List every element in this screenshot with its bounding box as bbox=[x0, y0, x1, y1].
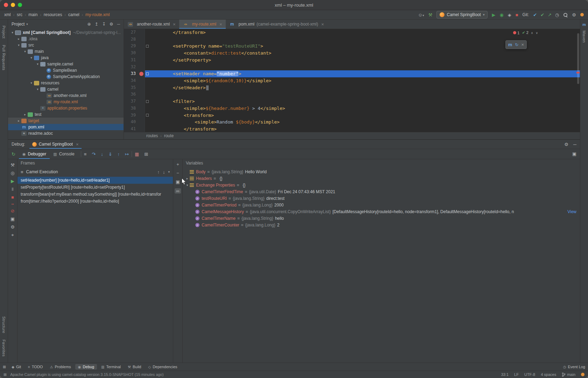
maven-reload-popup[interactable]: m ↻ × bbox=[505, 40, 527, 49]
settings-gear-icon[interactable]: ⚙ bbox=[572, 13, 576, 17]
view-breakpoints-icon[interactable]: ●● bbox=[11, 203, 14, 205]
frame-item[interactable]: setHeader[number] [route=hello,id=setHea… bbox=[18, 177, 173, 184]
editor-tab[interactable]: <>my-route.xml× bbox=[179, 20, 226, 29]
scrollbar-thumb[interactable] bbox=[577, 33, 579, 84]
tree-item[interactable]: ▾resources bbox=[8, 80, 124, 86]
zoom-window-button[interactable] bbox=[18, 3, 22, 7]
fold-marker-icon[interactable] bbox=[145, 43, 149, 50]
tree-toggle-icon[interactable]: ▾ bbox=[10, 31, 15, 34]
tool-tab-problems[interactable]: ⚠Problems bbox=[47, 364, 74, 370]
build-hammer-icon[interactable]: ⚒ bbox=[428, 13, 433, 17]
breadcrumb-item[interactable]: route bbox=[164, 133, 174, 138]
force-step-into-icon[interactable]: ⇓ bbox=[108, 152, 112, 156]
editor-tab[interactable]: <>another-route.xml× bbox=[124, 20, 179, 29]
variable-row[interactable]: pCamelTimerFiredTime={java.util.Date}Fri… bbox=[183, 188, 580, 195]
tree-item[interactable]: areadme.adoc bbox=[8, 130, 124, 136]
settings-gear-icon[interactable]: ⚙ bbox=[564, 142, 568, 147]
code-line[interactable]: 39 <transform> bbox=[124, 112, 580, 119]
stripe-item-pull-requests[interactable]: Pull Requests bbox=[2, 42, 6, 74]
debug-button[interactable]: ◉ bbox=[499, 13, 503, 17]
tree-item[interactable]: ▸target bbox=[8, 118, 124, 124]
gutter[interactable] bbox=[138, 91, 145, 98]
tool-tab-terminal[interactable]: ▥Terminal bbox=[98, 364, 124, 370]
tab-console[interactable]: ▥ Console bbox=[50, 149, 78, 159]
step-out-icon[interactable]: ↑ bbox=[118, 152, 120, 156]
tree-item[interactable]: ▾main bbox=[8, 48, 124, 55]
tree-toggle-icon[interactable]: ▾ bbox=[35, 88, 40, 91]
tab-debugger[interactable]: ◉ Debugger bbox=[19, 149, 50, 159]
code-line[interactable]: 35 </setHeader> bbox=[124, 84, 580, 91]
variable-row[interactable]: Body={java.lang.String}Hello World bbox=[183, 168, 580, 175]
fold-marker-icon[interactable] bbox=[145, 112, 149, 119]
tree-item[interactable]: CSampleBean bbox=[8, 67, 124, 74]
breadcrumb-item[interactable]: src bbox=[17, 12, 22, 17]
tree-toggle-icon[interactable]: ▸ bbox=[16, 37, 21, 41]
collapse-all-icon[interactable]: ↧ bbox=[102, 22, 106, 26]
search-icon[interactable] bbox=[563, 13, 568, 17]
frame-item[interactable]: from[timer://hello?period=2000] [route=h… bbox=[18, 198, 173, 205]
tool-tab-debug[interactable]: ◉Debug bbox=[75, 364, 97, 370]
minimize-icon[interactable]: ─ bbox=[573, 142, 576, 147]
gutter[interactable] bbox=[138, 77, 145, 84]
tree-toggle-icon[interactable]: ▾ bbox=[29, 81, 34, 85]
breakpoint-stripe-mark[interactable] bbox=[576, 72, 580, 74]
tree-item[interactable]: <>another-route.xml bbox=[8, 92, 124, 99]
duplicate-watch-icon[interactable]: ▣ bbox=[176, 180, 180, 184]
tree-item[interactable]: ▾·sample.camel bbox=[8, 61, 124, 67]
evaluate-expression-icon[interactable]: ⊞ bbox=[144, 152, 148, 156]
locate-file-icon[interactable]: ⊕ bbox=[88, 22, 91, 26]
close-tab-icon[interactable]: × bbox=[173, 22, 176, 27]
thread-selector[interactable]: Camel Execution bbox=[26, 169, 58, 174]
code-line[interactable]: 37 <filter> bbox=[124, 98, 580, 105]
commit-icon[interactable]: ✔ bbox=[540, 13, 544, 17]
gutter[interactable] bbox=[138, 98, 145, 105]
code-line[interactable]: 30 <constant>direct:test</constant> bbox=[124, 50, 580, 57]
gutter[interactable] bbox=[138, 36, 145, 43]
gutter[interactable] bbox=[138, 112, 145, 119]
gutter[interactable] bbox=[138, 64, 145, 71]
variable-row[interactable]: ▾Exchange Properties={} bbox=[183, 182, 580, 188]
frame-item[interactable]: transform[bean[ref:myBean method:saySome… bbox=[18, 191, 173, 198]
pin-icon[interactable]: ⌖ bbox=[11, 233, 14, 237]
tool-tab-git[interactable]: ◆Git bbox=[9, 364, 24, 370]
tree-item[interactable]: ▾camel bbox=[8, 86, 124, 92]
tree-item[interactable]: ▸test bbox=[8, 111, 124, 118]
code-line[interactable]: 36 bbox=[124, 91, 580, 98]
minimize-window-button[interactable] bbox=[11, 3, 15, 7]
gutter[interactable] bbox=[138, 43, 145, 50]
run-button[interactable]: ▶ bbox=[492, 13, 495, 17]
update-project-icon[interactable]: ✔ bbox=[533, 13, 537, 17]
add-watch-icon[interactable]: + bbox=[176, 162, 179, 167]
step-over-icon[interactable]: ↷ bbox=[92, 152, 96, 156]
inspections-widget[interactable]: 1 ✔2 ∧ ∨ bbox=[513, 30, 538, 35]
tool-tab-todo[interactable]: ≡TODO bbox=[25, 364, 46, 370]
tree-item[interactable]: ▸.idea bbox=[8, 36, 124, 42]
git-branch-widget[interactable]: main bbox=[562, 372, 575, 377]
breadcrumb-item[interactable]: xml bbox=[4, 12, 11, 17]
breadcrumb-item[interactable]: routes bbox=[146, 133, 158, 138]
tree-toggle-icon[interactable]: ▾ bbox=[16, 43, 21, 47]
prev-problem-icon[interactable]: ∧ bbox=[531, 31, 533, 35]
watches-icon[interactable]: ◎ bbox=[10, 171, 14, 175]
debug-session-tab[interactable]: Camel SpringBoot × bbox=[29, 140, 82, 149]
tool-windows-icon[interactable]: ⊞ bbox=[3, 365, 6, 369]
rerun-icon[interactable]: ↻ bbox=[12, 152, 15, 156]
push-icon[interactable]: ↗ bbox=[548, 13, 552, 17]
tool-tab-dependencies[interactable]: ◇Dependencies bbox=[145, 364, 180, 370]
code-line[interactable]: 31 </setProperty> bbox=[124, 57, 580, 64]
frame-item[interactable]: setProperty[testRouteURI] [route=hello,i… bbox=[18, 184, 173, 191]
project-panel-title[interactable]: Project bbox=[12, 22, 24, 27]
resume-icon[interactable]: ▶ bbox=[11, 179, 14, 183]
tree-item[interactable]: mpom.xml bbox=[8, 124, 124, 130]
caret-position[interactable]: 33:1 bbox=[501, 372, 509, 377]
variable-row[interactable]: pCamelTimerName={java.lang.String}hello bbox=[183, 215, 580, 222]
breakpoint-icon[interactable] bbox=[139, 72, 144, 76]
gutter[interactable] bbox=[138, 50, 145, 57]
editor-scrollbar[interactable] bbox=[576, 29, 580, 132]
stripe-item-maven[interactable]: Maven bbox=[582, 27, 586, 46]
tree-toggle-icon[interactable]: ▾ bbox=[35, 62, 40, 66]
line-separator[interactable]: LF bbox=[514, 372, 519, 377]
close-window-button[interactable] bbox=[4, 3, 8, 7]
gutter[interactable] bbox=[138, 119, 145, 126]
code-line[interactable]: 27 </transform> bbox=[124, 29, 580, 36]
